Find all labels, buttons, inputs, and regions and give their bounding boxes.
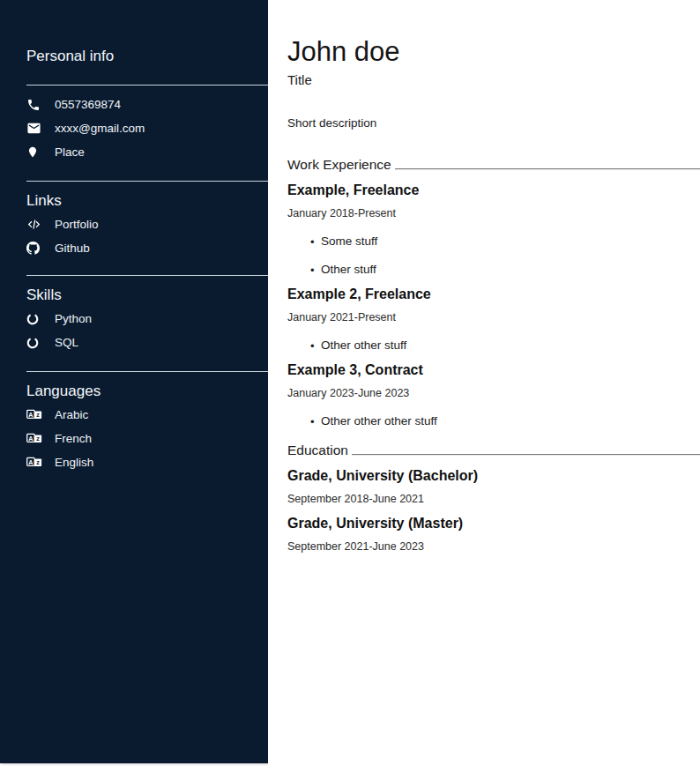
entry-dates: January 2023-June 2023 [287, 387, 700, 400]
translate-icon: zA [26, 409, 42, 420]
experience-entry: Example 2, Freelance January 2021-Presen… [287, 286, 700, 353]
sidebar: Personal info 0557369874 xxxx@gmail.com … [0, 0, 268, 763]
entry-dates: January 2021-Present [287, 311, 700, 324]
github-link-label: Github [55, 242, 90, 255]
contact-item-place: Place [0, 140, 268, 164]
education-entry: Grade, University (Bachelor) September 2… [287, 467, 700, 506]
sidebar-divider [26, 371, 268, 372]
contact-item-phone: 0557369874 [0, 93, 268, 116]
links-heading: Links [26, 193, 268, 209]
svg-text:A: A [28, 411, 33, 419]
section-heading-work-experience: Work Experience [287, 157, 700, 173]
skill-item-sql: SQL [0, 331, 268, 354]
resume-body: John doe Title Short description Work Ex… [268, 0, 700, 766]
education-entry: Grade, University (Master) September 202… [287, 515, 700, 554]
language-label: Arabic [55, 408, 88, 421]
skill-label: Python [55, 312, 92, 325]
code-icon [26, 218, 42, 231]
bullet-item: Other other stuff [287, 338, 700, 353]
link-item-portfolio[interactable]: Portfolio [0, 212, 268, 236]
entry-title: Grade, University (Master) [287, 515, 700, 532]
translate-icon: zA [26, 457, 42, 468]
entry-bullets: Other other stuff [287, 338, 700, 353]
section-heading-education: Education [287, 442, 700, 458]
svg-text:A: A [28, 435, 33, 442]
experience-entry: Example, Freelance January 2018-Present … [287, 182, 700, 277]
bullet-item: Other other other stuff [287, 414, 700, 428]
email-icon [26, 121, 42, 136]
bullet-item: Some stuff [287, 234, 700, 249]
skill-label: SQL [55, 336, 78, 349]
entry-title: Example, Freelance [287, 182, 700, 198]
entry-title: Grade, University (Bachelor) [287, 467, 700, 484]
language-item-english: zA English [0, 450, 268, 474]
translate-icon: zA [26, 433, 42, 444]
location-icon [26, 145, 42, 159]
entry-dates: September 2021-June 2023 [287, 540, 700, 554]
section-heading-label: Education [287, 442, 348, 458]
skill-item-python: Python [0, 307, 268, 331]
experience-entry: Example 3, Contract January 2023-June 20… [287, 361, 700, 428]
contact-item-email: xxxx@gmail.com [0, 116, 268, 140]
svg-text:A: A [28, 458, 33, 466]
circle-notch-icon [26, 313, 42, 325]
language-item-arabic: zA Arabic [0, 403, 268, 427]
svg-text:z: z [36, 435, 40, 442]
section-heading-label: Work Experience [287, 157, 391, 173]
entry-title: Example 3, Contract [287, 361, 700, 378]
phone-icon [26, 98, 42, 112]
section-heading-rule [395, 168, 700, 170]
portfolio-link-label: Portfolio [55, 218, 99, 231]
entry-title: Example 2, Freelance [287, 286, 700, 302]
personal-info-heading: Personal info [26, 48, 268, 64]
languages-heading: Languages [26, 383, 268, 399]
entry-dates: September 2018-June 2021 [287, 493, 700, 506]
github-icon [26, 242, 42, 255]
language-label: English [55, 456, 93, 469]
resume-description: Short description [287, 116, 700, 130]
link-item-github[interactable]: Github [0, 236, 268, 260]
sidebar-divider [26, 275, 268, 276]
bullet-item: Other stuff [287, 263, 700, 277]
sidebar-divider [26, 85, 268, 86]
language-item-french: zA French [0, 427, 268, 450]
email-address: xxxx@gmail.com [55, 122, 145, 135]
resume-page: Personal info 0557369874 xxxx@gmail.com … [0, 0, 700, 766]
entry-dates: January 2018-Present [287, 207, 700, 220]
skills-heading: Skills [26, 287, 268, 303]
sidebar-divider [26, 181, 268, 182]
language-label: French [55, 432, 92, 445]
svg-text:z: z [36, 458, 40, 466]
svg-text:z: z [36, 411, 40, 419]
resume-title: Title [287, 72, 700, 88]
resume-name: John doe [287, 36, 700, 68]
section-heading-rule [352, 454, 700, 456]
entry-bullets: Some stuff Other stuff [287, 234, 700, 277]
place-label: Place [55, 145, 85, 159]
phone-number: 0557369874 [55, 98, 121, 111]
circle-notch-icon [26, 337, 42, 349]
entry-bullets: Other other other stuff [287, 414, 700, 428]
